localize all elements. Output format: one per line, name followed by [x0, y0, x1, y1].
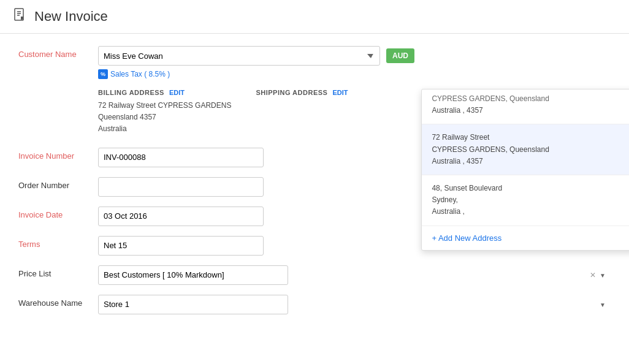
- warehouse-arrow-icon: ▼: [600, 301, 606, 308]
- address-option-1-line1: CYPRESS GARDENS, Queensland: [432, 93, 629, 105]
- invoice-date-input[interactable]: [98, 207, 264, 226]
- order-number-label: Order Number: [18, 177, 98, 190]
- warehouse-wrapper: Store 1 ▼: [98, 295, 611, 314]
- terms-input[interactable]: [98, 236, 264, 256]
- invoice-number-input[interactable]: [98, 148, 264, 167]
- billing-line3: Australia: [98, 123, 231, 135]
- address-option-3[interactable]: 48, Sunset Boulevard Sydney, Australia ,: [422, 175, 629, 226]
- shipping-address-block: SHIPPING ADDRESS EDIT CYPRESS GARDENS, Q…: [256, 89, 348, 135]
- page-header: New Invoice: [0, 0, 629, 34]
- address-dropdown: CYPRESS GARDENS, Queensland Australia , …: [421, 89, 629, 251]
- warehouse-select[interactable]: Store 1: [98, 295, 288, 314]
- billing-line2: Queensland 4357: [98, 112, 231, 123]
- order-number-input[interactable]: [98, 177, 264, 197]
- customer-input-row: Miss Eve Cowan ▼ AUD: [98, 46, 611, 66]
- address-option-3-line3: Australia ,: [432, 206, 629, 218]
- address-option-3-line2: Sydney,: [432, 194, 629, 206]
- sales-tax-label: Sales Tax ( 8.5% ): [110, 70, 170, 78]
- terms-label: Terms: [18, 236, 98, 249]
- address-option-2-line1: 72 Railway Street: [432, 132, 629, 143]
- billing-address-text: 72 Railway Street CYPRESS GARDENS Queens…: [98, 100, 231, 135]
- page-title: New Invoice: [34, 9, 108, 25]
- shipping-edit-link[interactable]: EDIT: [332, 89, 348, 96]
- customer-name-label: Customer Name: [18, 46, 98, 59]
- price-list-input[interactable]: [98, 265, 288, 285]
- address-option-2-line2: CYPRESS GARDENS, Queensland: [432, 144, 629, 156]
- warehouse-row: Warehouse Name Store 1 ▼: [18, 295, 611, 314]
- billing-address-header: BILLING ADDRESS EDIT: [98, 89, 231, 96]
- address-option-3-line1: 48, Sunset Boulevard: [432, 183, 629, 194]
- customer-name-controls: Miss Eve Cowan ▼ AUD % Sales Tax ( 8.5% …: [98, 46, 611, 79]
- billing-address-title: BILLING ADDRESS: [98, 89, 164, 96]
- shipping-address-title: SHIPPING ADDRESS: [256, 89, 327, 96]
- address-option-2[interactable]: 72 Railway Street CYPRESS GARDENS, Queen…: [422, 124, 629, 175]
- price-list-clear-btn[interactable]: ✕: [590, 271, 596, 279]
- invoice-icon: [12, 7, 27, 26]
- customer-name-row: Customer Name Miss Eve Cowan ▼ AUD % Sal…: [18, 46, 611, 79]
- billing-line1: 72 Railway Street CYPRESS GARDENS: [98, 100, 231, 112]
- address-option-1-line2: Australia , 4357: [432, 105, 629, 116]
- currency-button[interactable]: AUD: [386, 48, 414, 63]
- address-option-2-line3: Australia , 4357: [432, 156, 629, 167]
- address-section: BILLING ADDRESS EDIT 72 Railway Street C…: [98, 89, 611, 135]
- warehouse-label: Warehouse Name: [18, 295, 98, 308]
- add-new-address-btn[interactable]: + Add New Address: [422, 226, 629, 250]
- billing-edit-link[interactable]: EDIT: [169, 89, 185, 96]
- address-option-1[interactable]: CYPRESS GARDENS, Queensland Australia , …: [422, 89, 629, 124]
- billing-address-block: BILLING ADDRESS EDIT 72 Railway Street C…: [98, 89, 231, 135]
- warehouse-controls: Store 1 ▼: [98, 295, 611, 314]
- invoice-number-label: Invoice Number: [18, 148, 98, 161]
- price-list-controls: ✕ ▼: [98, 265, 611, 285]
- price-list-row: Price List ✕ ▼: [18, 265, 611, 285]
- price-list-label: Price List: [18, 265, 98, 278]
- sales-tax-link[interactable]: % Sales Tax ( 8.5% ): [98, 69, 611, 79]
- price-list-arrow-icon: ▼: [600, 271, 606, 278]
- sales-tax-icon: %: [98, 69, 108, 79]
- invoice-date-label: Invoice Date: [18, 207, 98, 219]
- form-content: Customer Name Miss Eve Cowan ▼ AUD % Sal…: [0, 34, 629, 336]
- price-list-wrapper: ✕ ▼: [98, 265, 611, 285]
- shipping-address-header: SHIPPING ADDRESS EDIT: [256, 89, 348, 96]
- customer-name-select[interactable]: Miss Eve Cowan: [98, 46, 380, 66]
